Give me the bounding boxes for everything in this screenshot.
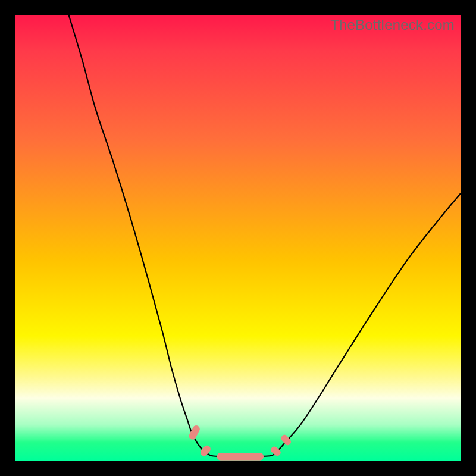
markers-group	[187, 424, 292, 461]
chart-frame: TheBottleneck.com	[15, 15, 461, 461]
chart-svg	[15, 15, 461, 461]
bottleneck-curve	[69, 15, 461, 456]
curve-marker	[280, 434, 292, 447]
curve-marker	[217, 453, 264, 461]
